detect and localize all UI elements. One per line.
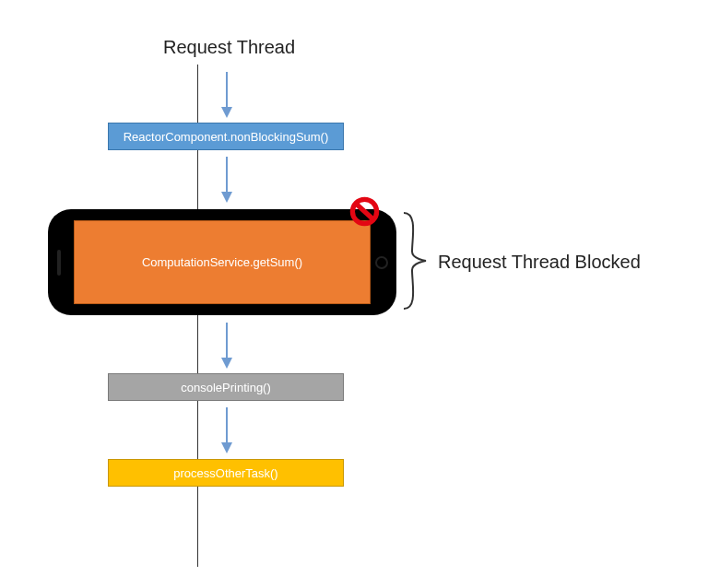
phone-speaker-icon [57,250,61,276]
step-process-other-task: processOtherTask() [108,459,344,487]
step-label: ComputationService.getSum() [142,255,302,269]
step-label: ReactorComponent.nonBlockingSum() [124,130,329,144]
phone-button-icon [375,256,388,269]
step-label: consolePrinting() [181,381,271,394]
thread-title: Request Thread [163,37,295,58]
step-computation-service: ComputationService.getSum() [74,220,371,304]
step-console-printing: consolePrinting() [108,373,344,401]
step-label: processOtherTask() [173,466,277,480]
prohibit-icon [348,195,381,228]
curly-brace-icon [401,210,429,312]
arrow-down-icon [221,157,232,203]
blocked-annotation: Request Thread Blocked [438,252,641,273]
blocked-container: ComputationService.getSum() [48,209,396,315]
arrow-down-icon [221,407,232,453]
step-reactor-component: ReactorComponent.nonBlockingSum() [108,123,344,150]
diagram-canvas: Request Thread ReactorComponent.nonBlock… [0,0,708,588]
arrow-down-icon [221,72,232,118]
svg-line-1 [356,204,373,220]
arrow-down-icon [221,323,232,369]
